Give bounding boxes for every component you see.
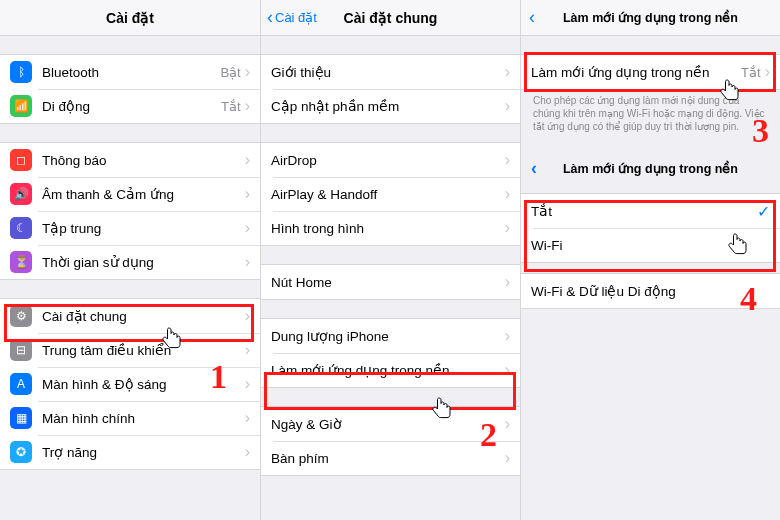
chevron-right-icon: › (245, 63, 250, 81)
chevron-right-icon: › (245, 307, 250, 325)
row-background-refresh[interactable]: Làm mới ứng dụng trong nền › (261, 353, 520, 387)
row-label: AirDrop (271, 153, 505, 168)
chevron-right-icon: › (765, 63, 770, 81)
chevron-right-icon: › (505, 185, 510, 203)
row-label: Thời gian sử dụng (42, 254, 245, 270)
row-date-time[interactable]: Ngày & Giờ › (261, 407, 520, 441)
row-label: Cài đặt chung (42, 308, 245, 324)
page-title: Làm mới ứng dụng trong nền (563, 10, 738, 25)
bluetooth-icon: ᛒ (10, 61, 32, 83)
row-value: Tắt (741, 65, 761, 80)
row-label: Bluetooth (42, 65, 220, 80)
row-label: Màn hình & Độ sáng (42, 376, 245, 392)
chevron-right-icon: › (245, 409, 250, 427)
row-storage[interactable]: Dung lượng iPhone › (261, 319, 520, 353)
row-label: Âm thanh & Cảm ứng (42, 186, 245, 202)
general-pane: ‹ Cài đặt Cài đặt chung Giới thiệu › Cập… (260, 0, 520, 520)
moon-icon: ☾ (10, 217, 32, 239)
home-icon: ▦ (10, 407, 32, 429)
row-notifications[interactable]: ◻ Thông báo › (0, 143, 260, 177)
chevron-right-icon: › (505, 219, 510, 237)
group-refresh-main: Làm mới ứng dụng trong nền Tắt › (521, 54, 780, 90)
row-label: Trung tâm điều khiển (42, 342, 245, 358)
row-screentime[interactable]: ⏳ Thời gian sử dụng › (0, 245, 260, 279)
chevron-right-icon: › (245, 97, 250, 115)
row-label: Wi-Fi & Dữ liệu Di động (531, 283, 770, 299)
back-button[interactable]: ‹ Cài đặt (267, 0, 317, 35)
gear-icon: ⚙ (10, 305, 32, 327)
row-label: Giới thiệu (271, 64, 505, 80)
checkmark-icon: ✓ (757, 202, 770, 221)
chevron-right-icon: › (505, 151, 510, 169)
row-software-update[interactable]: Cập nhật phần mềm › (261, 89, 520, 123)
row-label: Nút Home (271, 275, 505, 290)
chevron-right-icon: › (245, 219, 250, 237)
chevron-right-icon: › (245, 443, 250, 461)
hint-text: Cho phép các ứng dụng làm mới nội dung c… (521, 90, 780, 133)
row-display[interactable]: A Màn hình & Độ sáng › (0, 367, 260, 401)
row-control-center[interactable]: ⊟ Trung tâm điều khiển › (0, 333, 260, 367)
back-button[interactable]: ‹ (531, 153, 537, 183)
row-bluetooth[interactable]: ᛒ Bluetooth Bật › (0, 55, 260, 89)
row-about[interactable]: Giới thiệu › (261, 55, 520, 89)
group-connectivity: ᛒ Bluetooth Bật › 📶 Di động Tắt › (0, 54, 260, 124)
page-title: Cài đặt (106, 10, 154, 26)
group-general: ⚙ Cài đặt chung › ⊟ Trung tâm điều khiển… (0, 298, 260, 470)
background-refresh-pane: ‹ Làm mới ứng dụng trong nền Làm mới ứng… (520, 0, 780, 520)
display-icon: A (10, 373, 32, 395)
row-label: Dung lượng iPhone (271, 328, 505, 344)
option-wifi-cellular[interactable]: Wi-Fi & Dữ liệu Di động (521, 274, 780, 308)
chevron-right-icon: › (245, 253, 250, 271)
row-cellular[interactable]: 📶 Di động Tắt › (0, 89, 260, 123)
row-sounds[interactable]: 🔊 Âm thanh & Cảm ứng › (0, 177, 260, 211)
row-homescreen[interactable]: ▦ Màn hình chính › (0, 401, 260, 435)
row-airplay[interactable]: AirPlay & Handoff › (261, 177, 520, 211)
chevron-right-icon: › (505, 97, 510, 115)
row-label: Tập trung (42, 220, 245, 236)
chevron-right-icon: › (245, 375, 250, 393)
page-title: Cài đặt chung (344, 10, 438, 26)
row-pip[interactable]: Hình trong hình › (261, 211, 520, 245)
row-accessibility[interactable]: ✪ Trợ năng › (0, 435, 260, 469)
navbar-refresh-options: ‹ Làm mới ứng dụng trong nền (521, 153, 780, 183)
row-label: Trợ năng (42, 444, 245, 460)
row-value: Tắt (221, 99, 241, 114)
row-label: Cập nhật phần mềm (271, 98, 505, 114)
navbar-refresh: ‹ Làm mới ứng dụng trong nền (521, 0, 780, 36)
navbar-settings: Cài đặt (0, 0, 260, 36)
row-airdrop[interactable]: AirDrop › (261, 143, 520, 177)
accessibility-icon: ✪ (10, 441, 32, 463)
sound-icon: 🔊 (10, 183, 32, 205)
row-label: AirPlay & Handoff (271, 187, 505, 202)
group-notifications: ◻ Thông báo › 🔊 Âm thanh & Cảm ứng › ☾ T… (0, 142, 260, 280)
chevron-right-icon: › (245, 151, 250, 169)
chevron-right-icon: › (505, 273, 510, 291)
bell-icon: ◻ (10, 149, 32, 171)
row-home-button[interactable]: Nút Home › (261, 265, 520, 299)
group-about: Giới thiệu › Cập nhật phần mềm › (261, 54, 520, 124)
row-general[interactable]: ⚙ Cài đặt chung › (0, 299, 260, 333)
switches-icon: ⊟ (10, 339, 32, 361)
row-label: Màn hình chính (42, 411, 245, 426)
chevron-right-icon: › (245, 341, 250, 359)
group-storage: Dung lượng iPhone › Làm mới ứng dụng tro… (261, 318, 520, 388)
row-focus[interactable]: ☾ Tập trung › (0, 211, 260, 245)
chevron-right-icon: › (505, 449, 510, 467)
settings-pane: Cài đặt ᛒ Bluetooth Bật › 📶 Di động Tắt … (0, 0, 260, 520)
group-date-keyboard: Ngày & Giờ › Bàn phím › (261, 406, 520, 476)
option-wifi[interactable]: Wi-Fi (521, 228, 780, 262)
option-off[interactable]: Tắt ✓ (521, 194, 780, 228)
page-title: Làm mới ứng dụng trong nền (563, 161, 738, 176)
row-keyboard[interactable]: Bàn phím › (261, 441, 520, 475)
row-label: Hình trong hình (271, 221, 505, 236)
row-refresh-setting[interactable]: Làm mới ứng dụng trong nền Tắt › (521, 55, 780, 89)
row-label: Ngày & Giờ (271, 416, 505, 432)
hourglass-icon: ⏳ (10, 251, 32, 273)
navbar-general: ‹ Cài đặt Cài đặt chung (261, 0, 520, 36)
row-label: Di động (42, 98, 221, 114)
back-button[interactable]: ‹ (529, 0, 535, 35)
row-label: Làm mới ứng dụng trong nền (271, 362, 505, 378)
group-home-button: Nút Home › (261, 264, 520, 300)
chevron-right-icon: › (505, 63, 510, 81)
chevron-left-icon: ‹ (267, 7, 273, 28)
